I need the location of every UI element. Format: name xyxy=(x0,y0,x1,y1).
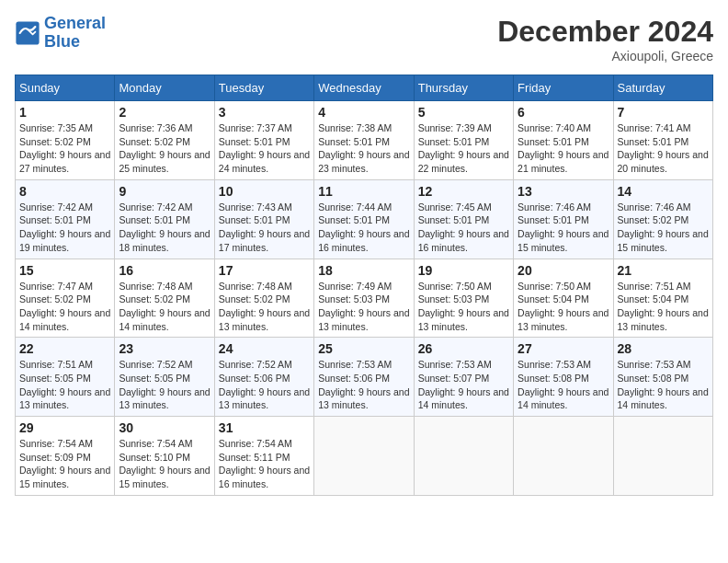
daylight-label: Daylight: 9 hours and 14 minutes. xyxy=(518,386,609,411)
sunrise-label: Sunrise: 7:46 AM xyxy=(618,201,691,213)
sunrise-label: Sunrise: 7:35 AM xyxy=(19,122,93,133)
sunset-label: Sunset: 5:01 PM xyxy=(618,136,689,147)
sunrise-label: Sunrise: 7:42 AM xyxy=(19,201,93,213)
weekday-header-wednesday: Wednesday xyxy=(314,75,414,101)
day-number: 29 xyxy=(19,420,110,435)
day-info: Sunrise: 7:41 AM Sunset: 5:01 PM Dayligh… xyxy=(618,121,709,176)
calendar-cell: 24 Sunrise: 7:52 AM Sunset: 5:06 PM Dayl… xyxy=(214,338,313,417)
daylight-label: Daylight: 9 hours and 21 minutes. xyxy=(518,149,609,174)
sunset-label: Sunset: 5:05 PM xyxy=(19,373,91,384)
day-info: Sunrise: 7:50 AM Sunset: 5:03 PM Dayligh… xyxy=(418,280,509,334)
sunset-label: Sunset: 5:02 PM xyxy=(119,293,190,304)
calendar-cell: 26 Sunrise: 7:53 AM Sunset: 5:07 PM Dayl… xyxy=(414,338,513,417)
calendar-cell: 6 Sunrise: 7:40 AM Sunset: 5:01 PM Dayli… xyxy=(514,101,613,180)
sunrise-label: Sunrise: 7:53 AM xyxy=(518,359,591,370)
sunset-label: Sunset: 5:08 PM xyxy=(518,373,589,384)
day-number: 15 xyxy=(19,263,110,278)
calendar-week-row: 22 Sunrise: 7:51 AM Sunset: 5:05 PM Dayl… xyxy=(16,338,713,417)
day-info: Sunrise: 7:49 AM Sunset: 5:03 PM Dayligh… xyxy=(318,280,409,334)
day-number: 5 xyxy=(418,105,509,120)
day-number: 11 xyxy=(318,184,409,199)
sunset-label: Sunset: 5:02 PM xyxy=(119,136,190,147)
daylight-label: Daylight: 9 hours and 22 minutes. xyxy=(418,149,509,174)
calendar-cell: 4 Sunrise: 7:38 AM Sunset: 5:01 PM Dayli… xyxy=(314,101,414,180)
day-number: 31 xyxy=(219,420,310,435)
sunrise-label: Sunrise: 7:41 AM xyxy=(618,122,691,133)
day-info: Sunrise: 7:40 AM Sunset: 5:01 PM Dayligh… xyxy=(518,121,609,176)
calendar-week-row: 1 Sunrise: 7:35 AM Sunset: 5:02 PM Dayli… xyxy=(16,101,713,180)
daylight-label: Daylight: 9 hours and 13 minutes. xyxy=(518,307,609,332)
day-info: Sunrise: 7:48 AM Sunset: 5:02 PM Dayligh… xyxy=(219,280,310,334)
day-info: Sunrise: 7:53 AM Sunset: 5:07 PM Dayligh… xyxy=(418,358,509,412)
day-info: Sunrise: 7:44 AM Sunset: 5:01 PM Dayligh… xyxy=(318,201,409,255)
weekday-header-thursday: Thursday xyxy=(414,75,513,101)
sunset-label: Sunset: 5:11 PM xyxy=(219,452,290,463)
calendar-week-row: 29 Sunrise: 7:54 AM Sunset: 5:09 PM Dayl… xyxy=(16,417,713,496)
day-info: Sunrise: 7:37 AM Sunset: 5:01 PM Dayligh… xyxy=(219,121,310,176)
sunset-label: Sunset: 5:01 PM xyxy=(219,214,290,225)
sunrise-label: Sunrise: 7:38 AM xyxy=(318,122,392,133)
sunrise-label: Sunrise: 7:42 AM xyxy=(119,201,192,213)
daylight-label: Daylight: 9 hours and 25 minutes. xyxy=(119,149,210,174)
day-number: 24 xyxy=(219,341,310,356)
daylight-label: Daylight: 9 hours and 13 minutes. xyxy=(418,307,509,332)
day-number: 20 xyxy=(518,263,609,278)
calendar-cell: 30 Sunrise: 7:54 AM Sunset: 5:10 PM Dayl… xyxy=(115,417,214,496)
day-info: Sunrise: 7:52 AM Sunset: 5:05 PM Dayligh… xyxy=(119,358,210,412)
sunset-label: Sunset: 5:02 PM xyxy=(219,293,290,304)
sunrise-label: Sunrise: 7:39 AM xyxy=(418,122,492,133)
sunset-label: Sunset: 5:01 PM xyxy=(418,136,490,147)
sunrise-label: Sunrise: 7:36 AM xyxy=(119,122,192,133)
calendar-cell: 19 Sunrise: 7:50 AM Sunset: 5:03 PM Dayl… xyxy=(414,259,513,338)
daylight-label: Daylight: 9 hours and 16 minutes. xyxy=(318,228,409,253)
sunset-label: Sunset: 5:04 PM xyxy=(618,293,689,304)
day-number: 23 xyxy=(119,341,210,356)
day-number: 12 xyxy=(418,184,509,199)
location: Axioupoli, Greece xyxy=(497,49,713,63)
sunset-label: Sunset: 5:01 PM xyxy=(318,136,390,147)
sunrise-label: Sunrise: 7:48 AM xyxy=(119,281,192,292)
calendar-cell: 31 Sunrise: 7:54 AM Sunset: 5:11 PM Dayl… xyxy=(214,417,313,496)
sunrise-label: Sunrise: 7:53 AM xyxy=(418,359,492,370)
calendar-cell: 5 Sunrise: 7:39 AM Sunset: 5:01 PM Dayli… xyxy=(414,101,513,180)
weekday-header-sunday: Sunday xyxy=(16,75,115,101)
calendar-week-row: 8 Sunrise: 7:42 AM Sunset: 5:01 PM Dayli… xyxy=(16,179,713,259)
month-title: December 2024 xyxy=(497,15,713,49)
day-info: Sunrise: 7:54 AM Sunset: 5:10 PM Dayligh… xyxy=(119,437,210,491)
day-number: 18 xyxy=(318,263,409,278)
day-info: Sunrise: 7:53 AM Sunset: 5:06 PM Dayligh… xyxy=(318,358,409,412)
sunrise-label: Sunrise: 7:48 AM xyxy=(219,281,292,292)
daylight-label: Daylight: 9 hours and 15 minutes. xyxy=(618,228,709,253)
weekday-header-monday: Monday xyxy=(115,75,214,101)
day-number: 2 xyxy=(119,105,210,120)
day-number: 1 xyxy=(19,105,110,120)
sunset-label: Sunset: 5:01 PM xyxy=(119,214,190,225)
sunset-label: Sunset: 5:05 PM xyxy=(119,373,190,384)
calendar-cell: 13 Sunrise: 7:46 AM Sunset: 5:01 PM Dayl… xyxy=(514,179,613,259)
day-number: 13 xyxy=(518,184,609,199)
daylight-label: Daylight: 9 hours and 17 minutes. xyxy=(219,228,310,253)
day-info: Sunrise: 7:48 AM Sunset: 5:02 PM Dayligh… xyxy=(119,280,210,334)
day-info: Sunrise: 7:54 AM Sunset: 5:09 PM Dayligh… xyxy=(19,437,110,491)
sunrise-label: Sunrise: 7:51 AM xyxy=(618,281,691,292)
sunset-label: Sunset: 5:03 PM xyxy=(318,293,390,304)
sunset-label: Sunset: 5:01 PM xyxy=(518,136,589,147)
sunrise-label: Sunrise: 7:47 AM xyxy=(19,281,93,292)
calendar-cell: 12 Sunrise: 7:45 AM Sunset: 5:01 PM Dayl… xyxy=(414,179,513,259)
sunrise-label: Sunrise: 7:43 AM xyxy=(219,201,292,213)
calendar-cell: 14 Sunrise: 7:46 AM Sunset: 5:02 PM Dayl… xyxy=(613,179,712,259)
weekday-header-tuesday: Tuesday xyxy=(214,75,313,101)
daylight-label: Daylight: 9 hours and 13 minutes. xyxy=(318,307,409,332)
day-info: Sunrise: 7:39 AM Sunset: 5:01 PM Dayligh… xyxy=(418,121,509,176)
sunrise-label: Sunrise: 7:53 AM xyxy=(618,359,691,370)
daylight-label: Daylight: 9 hours and 16 minutes. xyxy=(418,228,509,253)
calendar-cell: 22 Sunrise: 7:51 AM Sunset: 5:05 PM Dayl… xyxy=(16,338,115,417)
daylight-label: Daylight: 9 hours and 14 minutes. xyxy=(19,307,110,332)
sunset-label: Sunset: 5:01 PM xyxy=(518,214,589,225)
calendar-cell: 28 Sunrise: 7:53 AM Sunset: 5:08 PM Dayl… xyxy=(613,338,712,417)
sunrise-label: Sunrise: 7:51 AM xyxy=(19,359,93,370)
day-info: Sunrise: 7:52 AM Sunset: 5:06 PM Dayligh… xyxy=(219,358,310,412)
daylight-label: Daylight: 9 hours and 20 minutes. xyxy=(618,149,709,174)
calendar-cell: 17 Sunrise: 7:48 AM Sunset: 5:02 PM Dayl… xyxy=(214,259,313,338)
calendar-cell xyxy=(613,417,712,496)
